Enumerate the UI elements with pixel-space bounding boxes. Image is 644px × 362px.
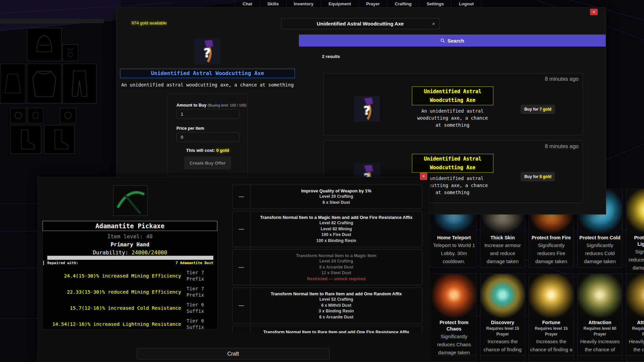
result-timestamp: 8 minutes ago	[545, 76, 579, 82]
price-input[interactable]	[176, 132, 239, 142]
nav-item-prayer[interactable]: Prayer	[359, 0, 387, 8]
gold-emblem-icon	[626, 274, 644, 318]
equipment-slot-chest[interactable]	[27, 64, 62, 104]
prayer-name: Thick Skin	[480, 235, 525, 241]
detail-item-description: An unidentified astral woodcutting axe, …	[120, 80, 295, 90]
equipment-panel-header	[0, 19, 104, 23]
equipment-slot-helmet[interactable]	[27, 28, 62, 61]
recipe-magic-restricted[interactable]: — Transform Normal Item to a Magic Item …	[232, 249, 422, 285]
prayer-icon	[432, 356, 476, 362]
affix-row: 14.54(12-16)% increased Lightning Resist…	[43, 316, 217, 330]
buy-offer-form: Amount to Buy (Buying limit: 100 / 100) …	[167, 93, 248, 176]
magnifier-icon	[440, 38, 445, 43]
prayer-card-partial[interactable]	[577, 355, 623, 362]
market-result-card[interactable]: 8 minutes ago Unidentified Astral Woodcu…	[323, 73, 583, 135]
prayer-card-protect-chaos[interactable]: Protect from Chaos Significantly reduces…	[431, 274, 477, 359]
durability-value: 24000/24000	[131, 249, 167, 256]
prayer-requirement: Requires level 60 Prayer	[578, 326, 622, 337]
cost-value: 0 gold	[216, 148, 229, 153]
equipment-slot-cape[interactable]	[0, 64, 25, 104]
prayer-card-partial[interactable]	[626, 355, 644, 362]
affix-row: 15.7(12-16)% increased Cold Resistance T…	[43, 300, 217, 316]
equipment-slot-ring-left[interactable]	[10, 108, 26, 123]
recipe-rare-random-affix[interactable]: — Transform Normal Item to Rare Item and…	[232, 288, 422, 323]
prayer-name: Discovery	[480, 319, 525, 326]
search-button-label: Search	[447, 38, 464, 44]
buy-price: 7 gold	[540, 107, 551, 112]
prayer-requirement: Requires level 15 Prayer	[529, 326, 574, 337]
item-stats-panel: Adamantite Pickaxe Item level: 40 Primar…	[42, 221, 218, 330]
attraction-icon	[578, 274, 622, 318]
gold-available-label: 974 gold available	[131, 20, 167, 25]
equipment-slot-legs[interactable]	[62, 64, 97, 104]
buy-button[interactable]: Buy for 7 gold	[521, 105, 555, 114]
prayer-icon	[529, 356, 574, 362]
prayer-card-partial[interactable]	[431, 355, 477, 362]
prayer-name: Protect from Fire	[529, 235, 574, 241]
nav-item-equipment[interactable]: Equipment	[321, 0, 358, 8]
search-input[interactable]	[281, 18, 439, 29]
fortune-icon	[529, 274, 574, 318]
equipment-slot-boots-2[interactable]	[44, 125, 75, 154]
item-name: Adamantite Pickaxe	[43, 221, 217, 231]
results-count: 2 results	[322, 54, 340, 59]
clear-search-icon[interactable]: ×	[432, 21, 435, 26]
prayer-name: Protect from Cold	[578, 235, 622, 241]
nav-item-logout[interactable]: Logout	[451, 0, 481, 8]
recipe-magic-fire-affix[interactable]: — Transform Normal Item to a Magic Item …	[232, 211, 422, 247]
recipe-improve-quality[interactable]: — Improve Quality of Weapon by 1% Level …	[232, 185, 422, 209]
green-pickaxe-icon	[113, 185, 148, 216]
durability-bar	[47, 256, 213, 260]
prayer-card-discovery[interactable]: Discovery Requires level 15 Prayer Incre…	[480, 274, 525, 362]
buying-limit-label: (Buying limit: 100 / 100)	[208, 103, 247, 107]
item-level: Item level: 40	[43, 233, 217, 240]
prayer-name: Home Teleport	[432, 235, 476, 241]
item-durability: Durability: 24000/24000	[43, 249, 217, 256]
dash-icon: —	[232, 185, 251, 208]
prayer-card-protect-lightning[interactable]: Protect from Lightning Significantly red…	[626, 189, 644, 274]
prayer-card-partial[interactable]	[480, 355, 525, 362]
result-item-name: Unidentified Astral Woodcutting Axe	[412, 154, 493, 173]
discovery-icon	[480, 274, 525, 318]
equipment-slot-gloves[interactable]	[28, 108, 43, 123]
buy-price: 8 gold	[540, 174, 551, 179]
restricted-label: Restricted — unlock required	[253, 276, 420, 282]
prayer-requirement: Requires level 15 Prayer	[480, 326, 525, 337]
market-search-box: ×	[281, 18, 439, 29]
nav-item-settings[interactable]: Settings	[419, 0, 451, 8]
prayer-name: Attraction	[578, 319, 622, 326]
amount-input[interactable]	[176, 109, 239, 119]
recipe-rare-fire-affix[interactable]: — Transform Normal Item to Rare Item and…	[232, 326, 422, 333]
nav-item-inventory[interactable]: Inventory	[286, 0, 321, 8]
prayer-name: Protect from Chaos	[432, 319, 476, 332]
equipment-slot-amulet[interactable]	[62, 44, 78, 61]
close-icon[interactable]: ×	[420, 173, 427, 180]
prayer-card-attraction[interactable]: Attraction Requires level 60 Prayer Heav…	[577, 274, 623, 362]
nav-item-skills[interactable]: Skills	[260, 0, 286, 8]
prayer-icon	[578, 356, 622, 362]
result-item-name: Unidentified Astral Woodcutting Axe	[412, 86, 493, 105]
equipment-slot-ring-right[interactable]	[60, 108, 76, 123]
nav-item-chat[interactable]: Chat	[235, 0, 260, 8]
prayer-desc: Increase armour and reduce damage taken	[480, 241, 525, 267]
prayer-card-partial[interactable]	[529, 355, 574, 362]
close-icon[interactable]: ×	[590, 9, 598, 15]
craft-button[interactable]: Craft	[137, 348, 330, 360]
prayer-desc: Teleport to World 1 Lobby. 30m cooldown.	[432, 241, 476, 267]
affix-row: 22.33(15-30)% reduced Mining Efficiency …	[43, 284, 217, 300]
prayer-card-fortune[interactable]: Fortune Requires level 15 Prayer Increas…	[529, 274, 574, 362]
equipment-slot-boots[interactable]	[10, 125, 41, 154]
detail-item-name: Unidentified Astral Woodcutting Axe	[120, 69, 295, 78]
prayer-desc: Significantly reduces Cold damage taken	[578, 241, 622, 267]
result-timestamp: 8 minutes ago	[545, 143, 579, 149]
nav-item-crafting[interactable]: Crafting	[387, 0, 419, 8]
prayer-desc: Significantly reduces Lightning damage t…	[626, 247, 644, 274]
buy-button[interactable]: Buy for 8 gold	[521, 172, 555, 181]
create-buy-offer-button[interactable]: Create Buy Offer	[184, 157, 231, 169]
prayer-name: Attraction	[626, 319, 644, 326]
prayer-desc: Significantly reduces Chaos damage taken	[432, 332, 476, 359]
amount-label: Amount to Buy (Buying limit: 100 / 100)	[176, 103, 247, 108]
prayer-card-edge-clipped[interactable]: Attraction Requires level 60 Prayer Heav…	[626, 274, 644, 362]
search-button[interactable]: Search	[299, 35, 606, 47]
prayer-name: Fortune	[529, 319, 574, 326]
